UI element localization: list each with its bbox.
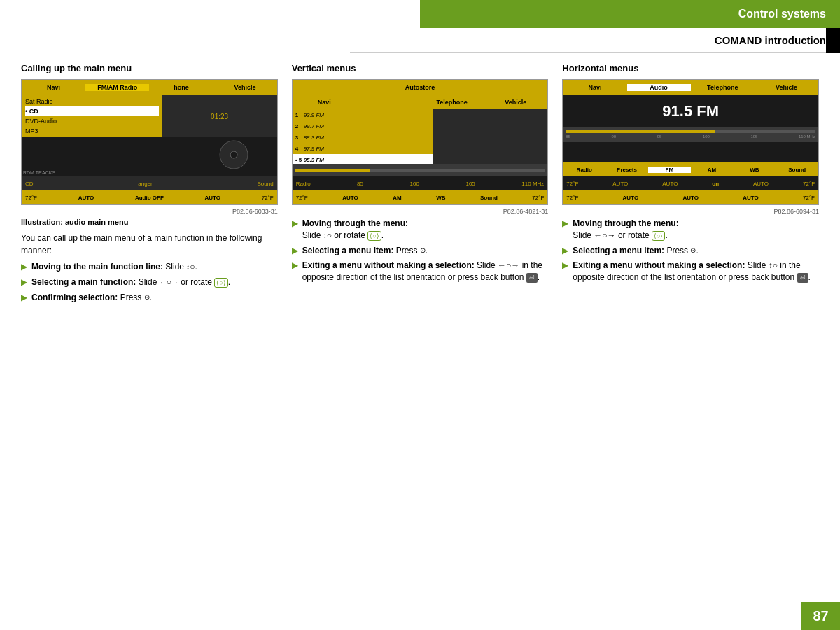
s1-bottom-row: CD anger Sound 72°F AUTO Audio OFF AUTO … <box>22 176 277 204</box>
s3-bottom-bot: 72°F AUTO AUTO AUTO 72°F <box>563 190 818 204</box>
s2-radio-label: Radio <box>296 181 311 187</box>
s2-scale-bar <box>295 169 545 172</box>
s3-scale-105: 105 <box>750 134 757 139</box>
s2-nav-vehicle: Vehicle <box>484 99 547 106</box>
subheader-bar: COMAND introduction <box>350 28 840 53</box>
col-horizontal-menus: Horizontal menus READY <box>562 63 819 307</box>
col-vertical-menus: Vertical menus READY <box>292 63 549 307</box>
s3-part-number: P82.86-6094-31 <box>562 208 819 215</box>
col2-bullet2-text: Selecting a menu item: Press ⊙. <box>302 245 549 257</box>
s2-temp-right: 72°F <box>532 195 544 201</box>
s1-anger-label: anger <box>138 181 152 187</box>
s3-bnav-am: AM <box>691 167 734 173</box>
s1-part-number: P82.86-6033-31 <box>21 208 278 215</box>
screen2-inner: READY Autostore <box>293 80 548 204</box>
col3-b2-label: Selecting a menu item: <box>573 246 664 255</box>
col2-bullet2-arrow: ▶ <box>292 245 298 257</box>
screen3: READY Navi Audio Telephone <box>562 79 819 205</box>
s1-cd-label: CD <box>25 181 34 187</box>
col1-bullets: ▶ Moving to the main function line: Slid… <box>21 261 278 303</box>
s3-bot-auto2: AUTO <box>682 195 699 201</box>
header-title: Control systems <box>738 8 826 20</box>
content-area: Calling up the main menu READY <box>21 63 819 595</box>
s2-scale-110mhz: 110 MHz <box>522 181 544 187</box>
s3-nav-row: Navi Audio Telephone Vehicle <box>563 80 818 95</box>
col1-title: Calling up the main menu <box>21 63 278 74</box>
col2-b2-label: Selecting a menu item: <box>302 246 394 255</box>
page-number: 87 <box>813 608 828 624</box>
s1-temp-left: 72°F <box>25 195 37 201</box>
col2-bullets: ▶ Moving through the menu: Slide ↕○ or r… <box>292 218 549 284</box>
columns-layout: Calling up the main menu READY <box>21 63 819 307</box>
col1-press-icon: ⊙ <box>144 293 150 302</box>
s2-bottom-bot: 72°F AUTO AM WB Sound 72°F <box>293 190 548 204</box>
col1-bullet3: ▶ Confirming selection: Press ⊙. <box>21 292 278 304</box>
s2-station-4: 4 97.9 FM <box>293 143 433 154</box>
col3-press-icon: ⊙ <box>690 246 696 255</box>
col1-bullet2-text: Selecting a main function: Slide ←○→ or … <box>31 276 278 288</box>
s3-bnav-fm: FM <box>648 167 691 173</box>
s3-auto3: AUTO <box>753 181 769 187</box>
s3-nav-tel: Telephone <box>691 84 755 91</box>
col3-b3-label: Exiting a menu without making a selectio… <box>573 260 745 270</box>
col3-bullet2-text: Selecting a menu item: Press ⊙. <box>573 245 819 257</box>
s3-temp-right: 72°F <box>803 181 815 187</box>
s3-bot-auto3: AUTO <box>743 195 759 201</box>
col-calling-menu: Calling up the main menu READY <box>21 63 278 307</box>
col3-bullet3-text: Exiting a menu without making a selectio… <box>573 260 819 284</box>
s3-bottom-nav: Radio Presets FM AM WB Sound <box>563 162 818 176</box>
s2-bottom-row: Radio 85 100 105 110 MHz 72°F AUTO AM WB… <box>293 176 548 204</box>
s3-scale-100: 100 <box>703 134 710 139</box>
col2-b3-label: Exiting a menu without making a selectio… <box>302 260 475 270</box>
col3-bullet3: ▶ Exiting a menu without making a select… <box>562 260 819 284</box>
col2-press-icon: ⊙ <box>420 246 426 255</box>
s3-scale-bar <box>566 130 816 133</box>
s1-cd: • CD <box>25 106 159 116</box>
col2-bullet3-text: Exiting a menu without making a selectio… <box>302 260 549 284</box>
s2-am: AM <box>393 195 401 201</box>
s2-bottom-top: Radio 85 100 105 110 MHz <box>293 176 548 190</box>
s2-nav-navi: Navi <box>293 99 356 106</box>
s1-nav-navi: Navi <box>22 84 85 91</box>
s3-freq-display: 91.5 FM <box>662 102 719 120</box>
col3-bullet3-arrow: ▶ <box>562 260 568 272</box>
s1-nav-row: Navi FM/AM Radio hone Vehicle <box>22 80 277 95</box>
s3-nav-vehicle: Vehicle <box>755 84 818 91</box>
s1-dvd-audio: DVD-Audio <box>25 116 159 126</box>
s3-nav-audio: Audio <box>627 84 691 91</box>
col2-back-btn: ⏎ <box>526 273 538 284</box>
s2-nav-tel: Telephone <box>420 99 484 106</box>
s2-num-4: 4 <box>295 146 304 152</box>
s2-num-1: 1 <box>295 112 304 118</box>
col2-bullet1: ▶ Moving through the menu: Slide ↕○ or r… <box>292 218 549 241</box>
s2-station-3: 3 88.3 FM <box>293 132 433 143</box>
screen1: READY Navi FM/AM Radio hone <box>21 79 278 205</box>
col3-bullet1: ▶ Moving through the menu: Slide ←○→ or … <box>562 218 819 241</box>
s1-sat-radio: Sat Radio <box>25 97 159 106</box>
col1-bullet3-text: Confirming selection: Press ⊙. <box>31 292 278 304</box>
col1-slide2-icon: ← <box>160 278 167 288</box>
s1-nav-fmam: FM/AM Radio <box>85 84 149 91</box>
s3-bot-temp-l: 72°F <box>566 195 578 201</box>
s2-num-2: 2 <box>295 123 304 130</box>
col2-bullet1-text: Moving through the menu: Slide ↕○ or rot… <box>302 218 549 241</box>
col2-bullet1-arrow: ▶ <box>292 218 298 230</box>
col1-body: You can call up the main menu of a main … <box>21 232 278 257</box>
col3-bullet1-text: Moving through the menu: Slide ←○→ or ro… <box>573 218 819 241</box>
s3-scale-nums: 85 90 95 100 105 110 MHz <box>566 134 816 139</box>
col2-bullet3: ▶ Exiting a menu without making a select… <box>292 260 549 284</box>
s1-clock-area: 01:23 <box>162 95 277 137</box>
s3-on: on <box>712 181 719 187</box>
s3-scale-110mhz: 110 MHz <box>799 134 816 139</box>
col1-bullet1: ▶ Moving to the main function line: Slid… <box>21 261 278 273</box>
screen3-inner: READY Navi Audio Telephone <box>563 80 818 204</box>
col1-caption: Illustration: audio main menu <box>21 218 278 226</box>
s1-temp-right: 72°F <box>262 195 274 201</box>
s2-nav-row: Navi Telephone Vehicle <box>293 95 548 109</box>
s3-bnav-radio: Radio <box>563 167 606 173</box>
s1-audio-off: Audio OFF <box>135 195 164 201</box>
s2-num-3: 3 <box>295 134 304 141</box>
s2-freq-2: 99.7 FM <box>304 123 324 130</box>
col3-bullet2-arrow: ▶ <box>562 245 568 257</box>
col2-bullet3-arrow: ▶ <box>292 260 298 272</box>
